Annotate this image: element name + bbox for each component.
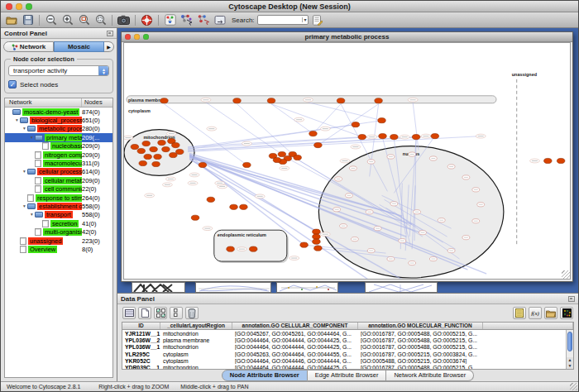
node[interactable] [139, 160, 146, 165]
node[interactable] [137, 148, 145, 153]
unselect-attributes-button[interactable] [170, 307, 183, 319]
filter-network-button[interactable] [195, 13, 211, 27]
minimized-window-thumbnail[interactable] [195, 282, 271, 293]
tree-row[interactable]: nitrogen compo209(0) [5, 151, 112, 159]
node[interactable] [337, 98, 344, 103]
network-canvas[interactable]: plasma membranecytoplasmmitochondrionnuc… [123, 42, 571, 280]
node[interactable] [431, 134, 438, 139]
node[interactable] [273, 157, 280, 162]
node[interactable] [544, 158, 552, 163]
node[interactable] [390, 135, 398, 140]
float-panel-icon[interactable] [568, 296, 575, 302]
minimized-window-thumbnail[interactable] [276, 282, 338, 293]
table-row[interactable]: YLR295Ccytoplasm[GO:0045263, GO:0044464,… [122, 351, 573, 357]
app-resize-grip[interactable] [570, 383, 577, 390]
tree-row[interactable]: ▾biological_process651(0) [5, 116, 112, 124]
help-button[interactable] [139, 13, 155, 27]
table-column-header[interactable]: annotation.GO CELLULAR_COMPONENT [232, 323, 358, 329]
node[interactable] [131, 144, 138, 149]
close-button[interactable] [6, 3, 12, 10]
tree-row[interactable]: response to stimulu264(0) [5, 194, 112, 202]
node-color-dropdown[interactable]: transporter activity ▲▼ [8, 65, 109, 76]
window-resize-grip[interactable] [562, 270, 570, 279]
tree-row[interactable]: ▾establishment of lo558(0) [5, 202, 112, 210]
node[interactable] [313, 229, 320, 234]
tab-overflow-button[interactable]: ▶ [104, 41, 114, 52]
node[interactable] [352, 122, 359, 127]
tree-row[interactable]: Overview8(0) [5, 245, 112, 253]
node[interactable] [162, 146, 170, 151]
tree-row[interactable]: secretion41(0) [5, 219, 112, 227]
tree-row[interactable]: multi-organism pro42(0) [5, 227, 112, 236]
minimize-button[interactable] [16, 3, 22, 10]
zoom-button[interactable] [26, 3, 32, 10]
tree-row[interactable]: nucleobase-209(0) [5, 142, 112, 151]
tab-network-attribute-browser[interactable]: Network Attribute Browser [386, 370, 474, 381]
save-session-button[interactable] [20, 13, 36, 27]
import-attributes-button[interactable] [544, 307, 557, 319]
node[interactable] [199, 162, 206, 167]
zoom-selected-region-button[interactable] [76, 13, 92, 27]
attribute-table-button[interactable] [122, 307, 136, 319]
node[interactable] [314, 246, 322, 251]
node[interactable] [160, 98, 168, 103]
node[interactable] [557, 158, 564, 163]
minimized-window-thumbnail[interactable] [365, 282, 438, 293]
zoom-fit-button[interactable] [93, 13, 108, 27]
tree-row[interactable]: cellular metabo209(0) [5, 176, 112, 184]
network-view-window[interactable]: primary metabolic process plasma membran… [121, 31, 573, 282]
delete-attribute-button[interactable] [185, 307, 199, 319]
node[interactable] [227, 246, 234, 251]
close-button[interactable] [125, 34, 131, 40]
node[interactable] [358, 135, 366, 140]
minimized-window-thumbnail[interactable] [132, 282, 185, 293]
tree-row[interactable]: ▾transport558(0) [5, 211, 112, 219]
tree-row[interactable]: mosaic-demo-yeast874(0) [5, 108, 112, 116]
chevron-down-icon[interactable]: ▾ [302, 17, 307, 22]
disclosure-triangle-icon[interactable]: ▾ [22, 169, 27, 174]
zoom-in-button[interactable] [60, 13, 75, 27]
network-graph[interactable]: plasma membranecytoplasmmitochondrionnuc… [124, 43, 570, 279]
node[interactable] [172, 142, 179, 147]
zoom-out-button[interactable] [43, 13, 59, 27]
tab-network[interactable]: Network [3, 41, 54, 52]
node[interactable] [191, 215, 199, 220]
window-titlebar[interactable]: Cytoscape Desktop (New Session) [1, 1, 578, 12]
snapshot-button[interactable] [116, 13, 132, 27]
disclosure-triangle-icon[interactable]: ▾ [29, 135, 35, 141]
node[interactable] [278, 151, 285, 156]
select-attributes-button[interactable] [154, 307, 167, 319]
table-row[interactable]: YPL036W__1mitochondrion[GO:0044464, GO:0… [122, 344, 573, 351]
node[interactable] [152, 161, 160, 166]
node[interactable] [230, 204, 237, 209]
tree-row[interactable]: macromolecule311(0) [5, 159, 112, 167]
node[interactable] [240, 204, 247, 209]
node[interactable] [154, 154, 161, 159]
node[interactable] [207, 197, 214, 202]
tab-node-attribute-browser[interactable]: Node Attribute Browser [222, 370, 308, 381]
disclosure-triangle-icon[interactable]: ▾ [14, 117, 20, 123]
node[interactable] [375, 98, 382, 103]
create-network-button[interactable] [162, 13, 178, 27]
node[interactable] [158, 140, 165, 145]
formula-builder-button[interactable]: f(x) [529, 307, 542, 319]
tree-row[interactable]: ▾metabolic process280(0) [5, 125, 112, 133]
tree-row[interactable]: unassigned223(0) [5, 237, 112, 245]
table-row[interactable]: YKR052Ccytoplasm[GO:0044464, GO:0044446,… [122, 357, 573, 364]
float-panel-icon[interactable] [107, 31, 113, 36]
node[interactable] [412, 135, 419, 140]
select-nodes-checkbox[interactable]: ✓ [8, 80, 17, 88]
tab-edge-attribute-browser[interactable]: Edge Attribute Browser [308, 370, 387, 381]
matrix-view-button[interactable] [560, 307, 573, 319]
open-session-button[interactable] [3, 13, 19, 27]
node[interactable] [170, 152, 177, 157]
node[interactable] [150, 146, 157, 151]
node[interactable] [267, 98, 275, 103]
vizmapper-button[interactable] [179, 13, 194, 27]
tree-row[interactable]: ▾primary metabol209(... [5, 133, 112, 141]
tree-row[interactable]: ▾cellular process614(0) [5, 168, 112, 176]
table-column-header[interactable]: _cellularLayoutRegion [160, 323, 232, 329]
minimize-button[interactable] [134, 34, 140, 40]
dropdown-stepper-icon[interactable]: ▲▼ [98, 65, 108, 76]
table-column-header[interactable]: ID [122, 323, 160, 329]
